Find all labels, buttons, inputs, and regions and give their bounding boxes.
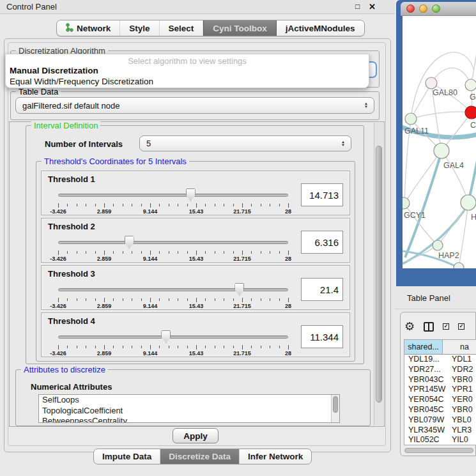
table-row[interactable]: YDR27...YDR2	[404, 365, 476, 375]
list-scrollbar-thumb[interactable]	[333, 396, 338, 413]
network-graph-icon	[66, 23, 73, 34]
tab-label: Style	[129, 24, 150, 33]
slider-tick-labels: -3.4262.8599.14415.4321.71528	[58, 350, 288, 357]
tab-jactivemnodules[interactable]: jActiveMNodules	[277, 20, 364, 36]
network-node[interactable]	[426, 77, 437, 89]
minimize-light-icon[interactable]	[419, 4, 427, 13]
list-item[interactable]: TopologicalCoefficient	[39, 406, 339, 417]
tab-label: jActiveMNodules	[286, 24, 355, 33]
control-panel-tabs: Network Style Select Cyni Toolbox jActiv…	[56, 20, 365, 36]
slider-track[interactable]	[58, 241, 288, 244]
table-row[interactable]: YDL19...YDL1	[404, 355, 476, 365]
node-label: C	[470, 121, 476, 130]
tab-impute-data[interactable]: Impute Data	[94, 449, 160, 464]
network-node[interactable]	[465, 106, 476, 119]
slider-ticks	[58, 250, 288, 255]
dropdown-option-manual-discretization[interactable]: Manual Discretization	[10, 66, 98, 75]
threshold-row: Threshold 3 -3.4262.8599.14415.4321.7152…	[41, 265, 350, 310]
list-scrollbar[interactable]	[331, 395, 339, 422]
network-node[interactable]	[465, 79, 476, 91]
gear-icon[interactable]: ⚙	[404, 321, 415, 332]
float-icon[interactable]: □	[355, 2, 360, 11]
slider-ticks	[58, 345, 288, 349]
table-row[interactable]: YBR043CYBR0	[404, 375, 476, 385]
network-node[interactable]	[454, 263, 464, 268]
table-toolbar: ⚙ ✓ ✓	[404, 318, 475, 335]
stepper-arrows-icon: ▲▼	[341, 141, 345, 147]
tab-network[interactable]: Network	[57, 20, 120, 36]
network-edge[interactable]	[471, 42, 476, 85]
threshold-value-field[interactable]: 6.316	[301, 231, 343, 254]
tab-style[interactable]: Style	[120, 20, 159, 36]
vertical-scrollbar[interactable]	[374, 123, 383, 426]
threshold-slider[interactable]: -3.4262.8599.14415.4321.71528	[58, 330, 288, 357]
table-row[interactable]: YBL079WYBL0	[404, 415, 476, 426]
network-node[interactable]	[434, 143, 449, 158]
table-panel-window: ⚙ ✓ ✓ shared... na YDL19...YDL1YDR27...Y…	[400, 312, 476, 456]
network-node[interactable]	[433, 240, 443, 250]
zoom-light-icon[interactable]	[432, 4, 440, 13]
thresholds-group-title: Threshold's Coordinates for 5 Intervals	[42, 157, 189, 166]
slider-thumb[interactable]	[125, 236, 134, 249]
apply-button[interactable]: Apply	[173, 428, 219, 443]
slider-thumb[interactable]	[234, 283, 244, 296]
table-row[interactable]: YBR045CYBR0	[404, 405, 476, 415]
network-node[interactable]	[405, 113, 417, 125]
slider-track[interactable]	[58, 194, 288, 197]
network-node[interactable]	[461, 195, 476, 210]
tab-infer-network[interactable]: Infer Network	[240, 449, 311, 464]
horizontal-scrollbar-thumb[interactable]	[404, 448, 473, 453]
network-node[interactable]	[403, 197, 410, 209]
table-data-group-title: Table Data	[16, 87, 61, 96]
attributes-group-title: Attributes to discretize	[21, 365, 108, 374]
node-attribute-table[interactable]: shared... na YDL19...YDL1YDR27...YDR2YBR…	[404, 339, 476, 445]
close-light-icon[interactable]	[406, 4, 415, 13]
tab-label: Network	[77, 24, 111, 33]
control-panel-title: Control Panel	[6, 2, 57, 12]
network-edge[interactable]	[441, 151, 468, 203]
node-label: GCY1	[404, 211, 426, 220]
column-header-name[interactable]: na	[443, 340, 476, 354]
slider-track[interactable]	[58, 335, 288, 339]
table-row[interactable]: YPR145WYPR1	[404, 385, 476, 395]
slider-thumb[interactable]	[161, 330, 171, 343]
network-edge[interactable]	[411, 52, 474, 119]
table-row[interactable]: YLR345WYLR3	[404, 426, 476, 436]
network-canvas[interactable]: GAL80GACGAL11GAL4GCY1HHAP2	[403, 16, 476, 268]
checkbox-checked-icon[interactable]: ✓	[443, 323, 449, 330]
threshold-value-field[interactable]: 11.344	[301, 325, 343, 348]
number-of-intervals-dropdown[interactable]: 5 ▲▼	[139, 135, 351, 151]
network-edge[interactable]	[404, 151, 441, 204]
table-data-dropdown[interactable]: galFiltered.sif default node ▲▼	[15, 97, 374, 114]
threshold-value-field[interactable]: 21.4	[301, 278, 343, 301]
threshold-slider[interactable]: -3.4262.8599.14415.4321.71528	[58, 282, 288, 309]
tab-label: Infer Network	[248, 452, 303, 461]
network-view-window: GAL80GACGAL11GAL4GCY1HHAP2	[396, 0, 476, 286]
close-icon[interactable]: ✕	[369, 2, 376, 12]
list-item[interactable]: SelfLoops	[39, 395, 339, 406]
column-header-shared[interactable]: shared...	[404, 340, 443, 354]
threshold-value-field[interactable]: 14.713	[301, 183, 343, 206]
node-label: H	[471, 213, 476, 222]
vertical-scrollbar-thumb[interactable]	[376, 146, 382, 403]
dropdown-option-equal-width-frequency[interactable]: Equal Width/Frequency Discretization	[10, 77, 153, 86]
tab-discretize-data[interactable]: Discretize Data	[160, 449, 240, 464]
network-window-titlebar[interactable]	[401, 2, 476, 16]
network-edge[interactable]	[404, 204, 438, 245]
threshold-label: Threshold 2	[48, 222, 95, 231]
table-row[interactable]: YER054CYER0	[404, 395, 476, 405]
table-row[interactable]: YIL052CYIL0	[404, 435, 476, 445]
checkbox-checked-icon[interactable]: ✓	[458, 323, 464, 330]
network-edge[interactable]	[411, 112, 472, 119]
numerical-attributes-list[interactable]: SelfLoopsTopologicalCoefficientBetweenne…	[38, 394, 340, 423]
threshold-slider[interactable]: -3.4262.8599.14415.4321.71528	[58, 188, 288, 215]
slider-track[interactable]	[58, 288, 288, 291]
tab-cyni-toolbox[interactable]: Cyni Toolbox	[203, 20, 277, 36]
threshold-slider[interactable]: -3.4262.8599.14415.4321.71528	[58, 235, 288, 262]
split-columns-icon[interactable]	[424, 322, 434, 332]
tab-select[interactable]: Select	[160, 20, 204, 36]
slider-thumb[interactable]	[186, 188, 196, 201]
list-item[interactable]: BetweennessCentrality	[39, 416, 339, 423]
network-edge[interactable]	[468, 147, 476, 203]
tab-label: Cyni Toolbox	[213, 24, 267, 33]
